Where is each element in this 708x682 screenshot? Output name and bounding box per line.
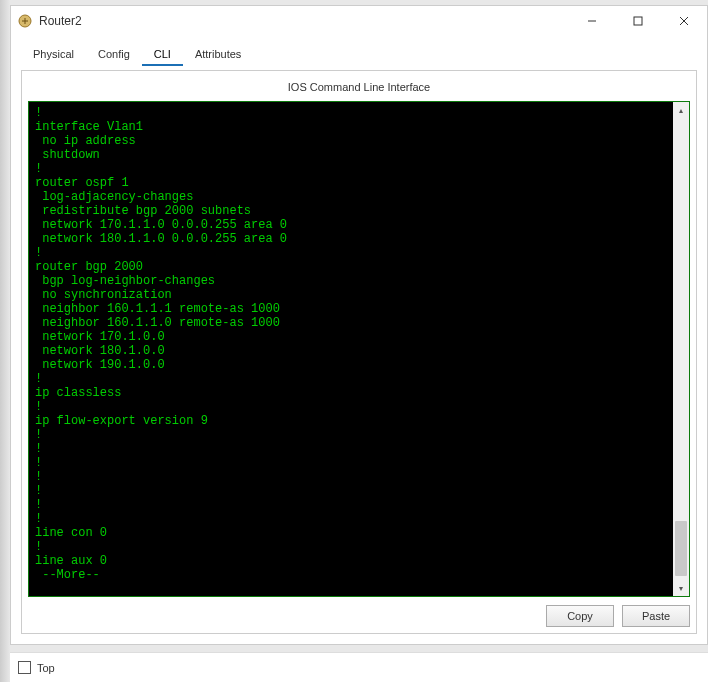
terminal-container: ! interface Vlan1 no ip address shutdown… xyxy=(28,101,690,597)
app-window: Router2 Physical Config CLI Attributes I… xyxy=(10,5,708,645)
window-controls xyxy=(569,6,707,36)
terminal-output[interactable]: ! interface Vlan1 no ip address shutdown… xyxy=(29,102,673,596)
scroll-down-arrow[interactable]: ▾ xyxy=(673,580,689,596)
button-row: Copy Paste xyxy=(28,597,690,627)
maximize-button[interactable] xyxy=(615,6,661,36)
tab-cli[interactable]: CLI xyxy=(142,44,183,66)
scroll-up-arrow[interactable]: ▴ xyxy=(673,102,689,118)
close-button[interactable] xyxy=(661,6,707,36)
cli-heading: IOS Command Line Interface xyxy=(28,77,690,101)
paste-button[interactable]: Paste xyxy=(622,605,690,627)
bottom-bar: Top xyxy=(10,652,708,682)
tab-attributes[interactable]: Attributes xyxy=(183,44,253,66)
svg-rect-2 xyxy=(634,17,642,25)
window-title: Router2 xyxy=(39,14,569,28)
titlebar: Router2 xyxy=(11,6,707,36)
content-area: IOS Command Line Interface ! interface V… xyxy=(21,70,697,634)
copy-button[interactable]: Copy xyxy=(546,605,614,627)
router-icon xyxy=(17,13,33,29)
scroll-thumb[interactable] xyxy=(675,521,687,576)
tabbar: Physical Config CLI Attributes xyxy=(11,36,707,66)
top-checkbox-label: Top xyxy=(37,662,55,674)
minimize-button[interactable] xyxy=(569,6,615,36)
top-checkbox[interactable] xyxy=(18,661,31,674)
tab-config[interactable]: Config xyxy=(86,44,142,66)
terminal-scrollbar[interactable]: ▴ ▾ xyxy=(673,102,689,596)
left-shadow xyxy=(0,0,10,682)
tab-physical[interactable]: Physical xyxy=(21,44,86,66)
